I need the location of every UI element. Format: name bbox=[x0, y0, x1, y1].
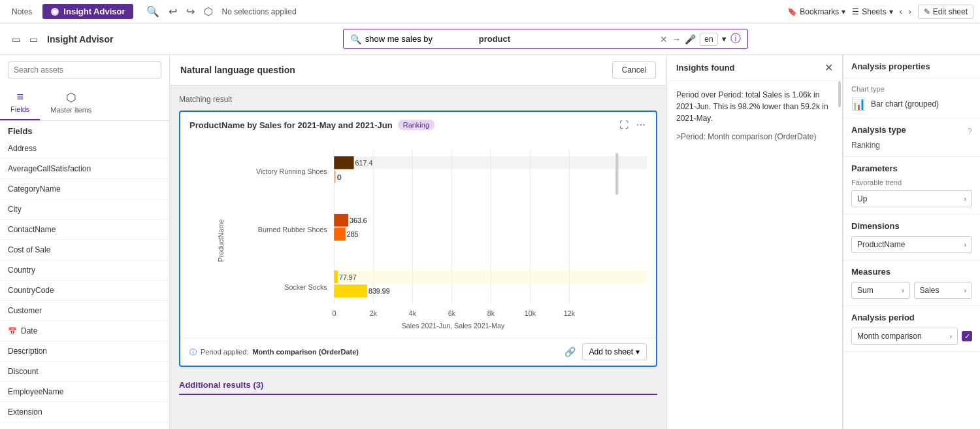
sidebar: ≡ Fields ⬡ Master items Fields AddressAv… bbox=[0, 55, 170, 429]
sidebar-nav: ≡ Fields ⬡ Master items bbox=[0, 85, 169, 121]
bookmarks-button[interactable]: 🔖 Bookmarks ▾ bbox=[787, 7, 845, 16]
bar-brs-jun-2 bbox=[334, 228, 345, 240]
x-axis-label: Sales 2021-Jun, Sales 2021-May bbox=[402, 322, 505, 330]
analysis-period-checkbox[interactable] bbox=[962, 331, 972, 341]
y-label-2: Burned Rubber Shoes bbox=[258, 226, 327, 233]
search-assets-input[interactable] bbox=[8, 61, 161, 78]
analysis-panel: Analysis properties Chart type 📊 Bar cha… bbox=[843, 55, 980, 429]
analysis-type-help-icon[interactable]: ? bbox=[968, 126, 972, 136]
insights-scrollbar[interactable] bbox=[838, 81, 841, 107]
chart-type-value: Bar chart (grouped) bbox=[871, 99, 939, 109]
search-info-icon[interactable]: ⓘ bbox=[730, 32, 741, 46]
field-item-label: Country bbox=[8, 266, 35, 275]
field-item-date[interactable]: 📅Date bbox=[0, 321, 169, 341]
chart-svg: Victory Running Shoes Burned Rubber Shoe… bbox=[189, 135, 647, 332]
period-row: Month comparison › bbox=[851, 328, 972, 345]
analysis-period-label: Analysis period bbox=[851, 313, 972, 322]
field-item-label: Cost of Sale bbox=[8, 245, 50, 254]
field-item-cost-of-sale[interactable]: Cost of Sale bbox=[0, 240, 169, 260]
field-item-city[interactable]: City bbox=[0, 199, 169, 220]
analysis-type-label: Analysis type bbox=[851, 125, 906, 135]
lang-selector[interactable]: en bbox=[700, 33, 717, 46]
bar-ss-jun-2 bbox=[334, 284, 367, 297]
scroll-indicator bbox=[615, 153, 618, 195]
toggle-right-panel-button[interactable]: ▭ bbox=[27, 31, 41, 47]
add-to-sheet-button[interactable]: Add to sheet ▾ bbox=[582, 343, 647, 360]
notes-button[interactable]: Notes bbox=[7, 5, 37, 19]
field-item-label: Discount bbox=[8, 367, 39, 376]
toggle-left-panel-button[interactable]: ▭ bbox=[9, 31, 23, 47]
insights-panel: Insights found ✕ Period over Period: tot… bbox=[666, 55, 843, 429]
dimension-chip[interactable]: ProductName › bbox=[851, 236, 972, 253]
undo-button[interactable]: ↩ bbox=[166, 4, 180, 19]
chart-header: ProductName by Sales for 2021-May and 20… bbox=[180, 112, 656, 135]
chart-footer-actions: 🔗 Add to sheet ▾ bbox=[563, 343, 647, 360]
field-item-label: Address bbox=[8, 144, 37, 153]
topbar-right: 🔖 Bookmarks ▾ ☰ Sheets ▾ ‹ › ✎ Edit shee… bbox=[787, 5, 973, 19]
analysis-period-section: Analysis period Month comparison › bbox=[843, 306, 980, 352]
master-items-icon: ⬡ bbox=[66, 90, 76, 105]
expand-chart-button[interactable]: ⛶ bbox=[618, 118, 630, 131]
search-voice-button[interactable]: 🎤 bbox=[685, 34, 696, 44]
field-item-customer[interactable]: Customer bbox=[0, 301, 169, 321]
selections-button[interactable]: ⬡ bbox=[201, 4, 216, 19]
field-item-discount[interactable]: Discount bbox=[0, 362, 169, 382]
fields-icon: ≡ bbox=[16, 90, 24, 104]
search-submit-button[interactable]: → bbox=[672, 34, 681, 44]
dimension-value: ProductName bbox=[857, 240, 905, 249]
footer-info-dot: ⓘ bbox=[189, 347, 197, 357]
chart-title-text: ProductName by Sales for 2021-May and 20… bbox=[189, 120, 393, 130]
insights-period-text[interactable]: >Period: Month comparison (OrderDate) bbox=[676, 131, 833, 143]
redo-button[interactable]: ↪ bbox=[184, 4, 197, 19]
search-clear-button[interactable]: ✕ bbox=[660, 34, 668, 44]
prev-sheet-button[interactable]: ‹ bbox=[900, 7, 902, 16]
sidebar-nav-master-items[interactable]: ⬡ Master items bbox=[40, 85, 102, 120]
analysis-period-dropdown[interactable]: Month comparison › bbox=[851, 328, 958, 345]
favorable-trend-dropdown[interactable]: Up › bbox=[851, 190, 972, 207]
field-item-label: ContactName bbox=[8, 225, 56, 234]
period-applied-value[interactable]: Month comparison (OrderDate) bbox=[252, 348, 359, 356]
chart-footer: ⓘ Period applied: Month comparison (Orde… bbox=[180, 337, 656, 366]
sheets-button[interactable]: ☰ Sheets ▾ bbox=[852, 7, 892, 16]
chart-link-button[interactable]: 🔗 bbox=[563, 345, 577, 358]
bar-brs-may-2 bbox=[334, 214, 348, 226]
next-sheet-button[interactable]: › bbox=[909, 7, 911, 16]
x-tick-1: 2k bbox=[370, 309, 378, 317]
more-options-button[interactable]: ⋯ bbox=[635, 118, 647, 131]
field-item-employeename[interactable]: EmployeeName bbox=[0, 382, 169, 402]
insights-close-button[interactable]: ✕ bbox=[825, 61, 833, 74]
insight-advisor-button[interactable]: Insight Advisor bbox=[42, 4, 133, 19]
measures-section: Measures Sum › Sales › bbox=[843, 260, 980, 306]
insights-title: Insights found bbox=[676, 63, 735, 73]
field-item-contactname[interactable]: ContactName bbox=[0, 220, 169, 240]
edit-sheet-button[interactable]: ✎ Edit sheet bbox=[918, 5, 973, 19]
search-toggle-button[interactable]: 🔍 bbox=[144, 4, 162, 19]
field-item-countrycode[interactable]: CountryCode bbox=[0, 281, 169, 301]
field-item-label: Extension bbox=[8, 407, 42, 417]
analysis-type-value: Ranking bbox=[851, 141, 880, 150]
field-item-label: Date bbox=[21, 326, 37, 335]
field-item-extension[interactable]: Extension bbox=[0, 402, 169, 422]
field-item-averagecallsatisfaction[interactable]: AverageCallSatisfaction bbox=[0, 159, 169, 179]
measure-sum-chip[interactable]: Sum › bbox=[851, 282, 910, 299]
dimension-chevron: › bbox=[964, 241, 966, 249]
measure-sales-chip[interactable]: Sales › bbox=[914, 282, 973, 299]
field-item-categoryname[interactable]: CategoryName bbox=[0, 179, 169, 199]
cancel-button[interactable]: Cancel bbox=[612, 61, 656, 78]
parameters-section: Parameters Favorable trend Up › bbox=[843, 157, 980, 214]
content-header-title: Natural language question bbox=[180, 65, 295, 75]
calendar-icon: 📅 bbox=[8, 327, 17, 335]
panel-toggle-icons: ▭ ▭ bbox=[9, 31, 41, 47]
field-item-address[interactable]: Address bbox=[0, 139, 169, 159]
favorable-trend-chevron: › bbox=[964, 196, 966, 203]
additional-results-label[interactable]: Additional results (3) bbox=[179, 376, 263, 395]
measure-sales-value: Sales bbox=[920, 286, 939, 295]
dimensions-label: Dimensions bbox=[851, 221, 972, 231]
search-input[interactable] bbox=[365, 34, 475, 44]
bar-brs-may-val-2: 363.6 bbox=[350, 216, 367, 224]
sidebar-nav-fields[interactable]: ≡ Fields bbox=[0, 85, 40, 120]
sidebar-master-items-label: Master items bbox=[50, 106, 91, 114]
field-item-country[interactable]: Country bbox=[0, 260, 169, 281]
field-item-description[interactable]: Description bbox=[0, 341, 169, 362]
field-item-label: AverageCallSatisfaction bbox=[8, 164, 91, 173]
